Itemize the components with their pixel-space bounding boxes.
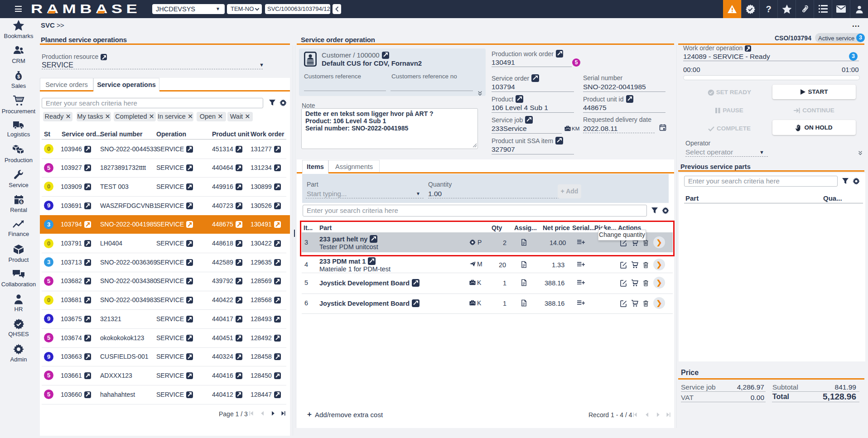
svg-text:$: $ <box>20 199 23 204</box>
svg-text:$: $ <box>17 74 20 79</box>
